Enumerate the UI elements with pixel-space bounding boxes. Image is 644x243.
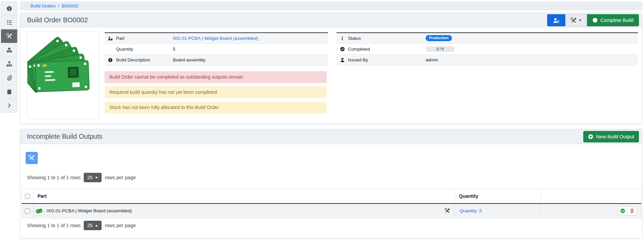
issued-by-value: admin (426, 54, 638, 65)
user-icon (340, 57, 345, 62)
pagination-summary: Showing 1 to 1 of 1 rows (27, 223, 81, 228)
page-size-dropdown[interactable]: 25 (84, 221, 102, 230)
status-label: Completed (348, 44, 426, 54)
status-label: Issued By (348, 54, 426, 65)
status-row-issued-by: Issued By admin (337, 54, 638, 65)
build-status-table: Status Production Completed 0 / 5 Issued… (337, 32, 638, 65)
pagination-summary: Showing 1 to 1 of 1 rows (27, 175, 81, 180)
stock-boxes-icon (6, 47, 12, 53)
header-actions: Complete Build (547, 14, 639, 26)
pcb-thumbnail-image (35, 207, 43, 215)
detail-value: 5 (173, 44, 328, 54)
outputs-panel-title: Incomplete Build Outputs (20, 129, 642, 144)
new-build-output-label: New Build Output (596, 134, 634, 139)
build-alerts: Build Order cannot be completed as outst… (105, 71, 327, 117)
check-circle-icon (592, 18, 598, 23)
detail-label: Quantity (116, 44, 173, 54)
sidebar-expand-toggle[interactable] (1, 99, 17, 112)
sitemap-icon (6, 61, 12, 67)
plus-circle-icon (588, 134, 593, 139)
status-row-completed: Completed 0 / 5 (337, 44, 638, 54)
pagination-top: Showing 1 to 1 of 1 rows 25 rows per pag… (27, 172, 136, 183)
caret-up-icon (95, 225, 98, 226)
pagination-bottom: Showing 1 to 1 of 1 rows 25 rows per pag… (27, 220, 136, 231)
detail-row-quantity: Quantity 5 (105, 44, 328, 54)
part-thumbnail[interactable] (35, 207, 44, 215)
output-quantity-link[interactable]: Quantity: 5 (455, 208, 482, 213)
part-link[interactable]: 002.01-PCBA | Widget Board (assembled) (173, 36, 258, 41)
sidebar-item-notes[interactable] (1, 85, 17, 99)
breadcrumb-link-build-orders[interactable]: Build Orders (30, 3, 56, 8)
detail-row-part: Part 002.01-PCBA | Widget Board (assembl… (105, 33, 328, 44)
tools-icon[interactable] (445, 208, 450, 213)
tools-icon (571, 18, 576, 23)
info-icon (340, 36, 345, 41)
alert-quantity-incomplete: Required build quantity has not yet been… (105, 86, 327, 98)
outputs-table-header-row: Part Quantity (22, 189, 641, 204)
build-outputs-table: Part Quantity (22, 189, 641, 218)
alert-outstanding-outputs: Build Order cannot be completed as outst… (105, 71, 327, 83)
column-header-part[interactable]: Part (33, 189, 455, 204)
output-actions-button[interactable] (26, 152, 38, 164)
tools-icon (29, 155, 35, 161)
delete-output-button[interactable] (627, 206, 637, 215)
chevron-right-icon (6, 103, 12, 108)
pcb-photo (27, 32, 99, 119)
page-size-dropdown[interactable]: 25 (84, 173, 102, 182)
status-badge: Production (426, 35, 452, 41)
sidebar-item-attachments[interactable] (1, 71, 17, 85)
complete-build-button[interactable]: Complete Build (587, 14, 639, 26)
detail-label: Build Description (116, 54, 173, 65)
caret-down-icon (579, 20, 582, 21)
sidebar-item-outputs[interactable] (1, 29, 17, 43)
sidebar-item-completed-stock[interactable] (1, 43, 17, 57)
admin-button[interactable] (547, 14, 565, 26)
breadcrumb: Build Orders / BO0002 (20, 1, 642, 10)
detail-label: Part (116, 33, 173, 44)
caret-down-icon (95, 177, 98, 179)
breadcrumb-separator: / (58, 3, 59, 8)
build-actions-dropdown[interactable] (566, 14, 586, 26)
sidebar-item-allocated[interactable] (1, 15, 17, 29)
status-label: Status (348, 33, 426, 44)
column-header-quantity[interactable]: Quantity (455, 189, 541, 204)
pagination-suffix: rows per page (105, 175, 136, 180)
page-size-value: 25 (87, 223, 93, 228)
output-row: 002.01-PCBA | Widget Board (assembled) Q… (22, 204, 641, 218)
build-order-card-header: Build Order BO0002 Complete Build (20, 13, 642, 27)
outputs-card-header: Incomplete Build Outputs New Build Outpu… (20, 129, 642, 144)
completed-progress-bar: 0 / 5 (426, 46, 455, 52)
breadcrumb-link-bo0002[interactable]: BO0002 (62, 3, 79, 8)
tools-icon (6, 33, 12, 39)
sidebar-item-details[interactable] (1, 2, 17, 15)
trash-icon (629, 208, 635, 213)
shapes-icon (108, 36, 113, 41)
column-header-actions (541, 189, 641, 204)
checklist-icon (6, 20, 12, 25)
check-circle-icon (620, 208, 625, 214)
build-details-table: Part 002.01-PCBA | Widget Board (assembl… (105, 32, 328, 65)
part-image[interactable] (27, 31, 99, 119)
check-circle-icon (340, 47, 345, 52)
detail-row-description: Build Description Board assembly (105, 54, 328, 65)
row-action-buttons (618, 206, 637, 215)
pagination-suffix: rows per page (105, 223, 136, 228)
page-size-value: 25 (87, 175, 93, 180)
select-all-checkbox[interactable] (25, 194, 30, 199)
user-shield-icon (553, 18, 560, 23)
status-row-status: Status Production (337, 33, 638, 44)
build-order-page: Build Orders / BO0002 Build Order BO0002… (0, 0, 644, 243)
row-checkbox[interactable] (25, 209, 30, 214)
complete-output-button[interactable] (618, 206, 627, 215)
info-circle-icon (108, 58, 113, 62)
complete-build-label: Complete Build (600, 18, 634, 23)
clipboard-icon (6, 89, 12, 94)
alert-stock-unallocated: Stock has not been fully allocated to th… (105, 102, 327, 113)
sidebar-item-child-builds[interactable] (1, 57, 17, 71)
detail-value: Board assembly (173, 54, 328, 65)
sidebar-nav (1, 1, 18, 113)
incomplete-outputs-card: Incomplete Build Outputs New Build Outpu… (20, 129, 642, 239)
paperclip-icon (6, 75, 12, 81)
new-build-output-button[interactable]: New Build Output (583, 131, 639, 142)
output-part-name: 002.01-PCBA | Widget Board (assembled) (47, 208, 445, 213)
